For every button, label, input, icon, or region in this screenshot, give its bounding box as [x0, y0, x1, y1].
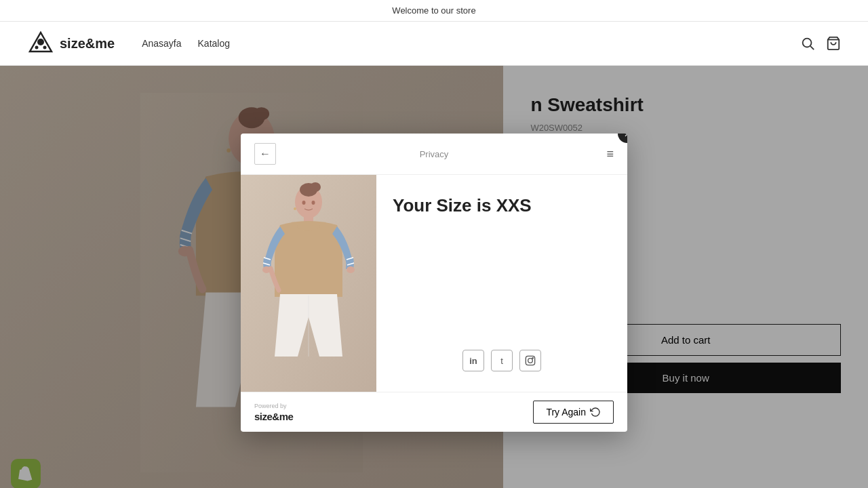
- size-result-title: Your Size is XXS: [393, 195, 611, 216]
- powered-by: Powered by size&me: [254, 403, 293, 422]
- main-nav: Anasayfa Katalog: [142, 38, 230, 49]
- instagram-icon[interactable]: [519, 350, 541, 371]
- svg-point-33: [302, 201, 306, 205]
- svg-point-4: [803, 39, 812, 47]
- announcement-text: Welcome to our store: [392, 5, 475, 16]
- svg-point-2: [35, 46, 39, 49]
- back-icon: ←: [260, 148, 271, 160]
- header: size&me Anasayfa Katalog: [0, 22, 868, 66]
- header-left: size&me Anasayfa Katalog: [27, 30, 230, 57]
- powered-by-label: Powered by: [254, 403, 293, 409]
- svg-point-29: [297, 222, 320, 231]
- modal-back-button[interactable]: ←: [254, 143, 276, 165]
- svg-point-37: [528, 359, 533, 363]
- svg-point-27: [310, 182, 321, 192]
- twitter-icon[interactable]: t: [491, 350, 513, 371]
- svg-point-35: [294, 207, 296, 210]
- size-result-modal: × ← Privacy ≡: [241, 134, 627, 432]
- search-icon[interactable]: [800, 36, 815, 51]
- modal-body: Your Size is XXS in t: [241, 175, 627, 392]
- svg-point-1: [37, 39, 44, 45]
- modal-woman-figure: [241, 175, 376, 392]
- social-icons: in t: [393, 309, 611, 371]
- try-again-label: Try Again: [546, 407, 586, 418]
- modal-footer: Powered by size&me Try Again: [241, 392, 627, 432]
- svg-line-5: [810, 46, 814, 49]
- modal-menu-button[interactable]: ≡: [606, 147, 614, 161]
- logo-text: size&me: [60, 36, 115, 52]
- modal-image-column: [241, 175, 376, 392]
- try-again-button[interactable]: Try Again: [533, 401, 614, 424]
- svg-point-32: [347, 266, 355, 273]
- svg-rect-36: [526, 356, 534, 365]
- announcement-bar: Welcome to our store: [0, 0, 868, 22]
- cart-icon[interactable]: [826, 36, 841, 51]
- modal-privacy-label: Privacy: [420, 149, 449, 159]
- modal-product-image: [241, 175, 376, 392]
- powered-by-brand: size&me: [254, 411, 293, 422]
- nav-catalog[interactable]: Katalog: [198, 38, 230, 49]
- modal-header: ← Privacy ≡: [241, 134, 627, 175]
- menu-icon: ≡: [606, 147, 614, 161]
- header-right: [800, 36, 841, 51]
- main-content: n Sweatshirt W20SW0052 nd My Size Add to…: [0, 66, 868, 488]
- nav-home[interactable]: Anasayfa: [142, 38, 181, 49]
- logo[interactable]: size&me: [27, 30, 115, 57]
- logo-icon: [27, 30, 54, 57]
- svg-point-38: [532, 358, 533, 359]
- refresh-icon: [590, 407, 601, 418]
- linkedin-icon[interactable]: in: [462, 350, 484, 371]
- modal-content-column: Your Size is XXS in t: [376, 175, 627, 392]
- svg-point-34: [312, 201, 315, 205]
- twitter-letter: t: [500, 356, 503, 366]
- svg-point-3: [43, 46, 47, 49]
- close-icon: ×: [625, 134, 627, 140]
